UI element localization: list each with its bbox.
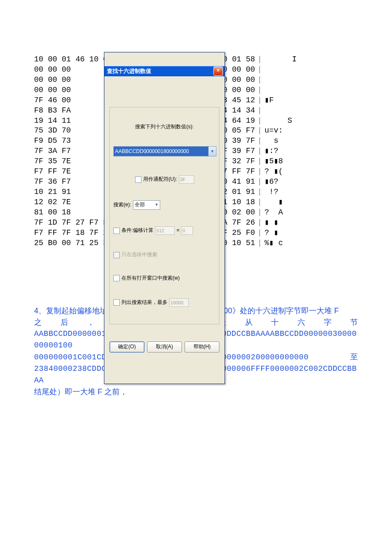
hex-separator: |: [255, 116, 265, 126]
hex-separator: |: [255, 95, 265, 106]
list-results-row: 列出搜索结果，最多: [113, 298, 216, 307]
hex-separator: |: [255, 136, 265, 146]
hex-ascii: S: [265, 116, 358, 126]
all-windows-label: 在所有打开窗口中搜索(w): [121, 275, 180, 282]
hex-ascii: ▮:?: [265, 146, 358, 156]
hex-ascii: I: [265, 55, 358, 65]
chevron-down-icon[interactable]: ▼: [155, 202, 159, 208]
hex-ascii: [265, 85, 358, 95]
search-value-combo[interactable]: ▼: [113, 146, 216, 156]
hex-separator: |: [255, 126, 265, 136]
wildcard-row: 用作通配符(U):: [113, 175, 216, 184]
list-results-max[interactable]: [169, 298, 189, 307]
wildcard-label: 用作通配符(U):: [143, 176, 177, 183]
hex-separator: |: [255, 156, 265, 167]
hex-ascii: !?: [265, 187, 358, 197]
search-value-input[interactable]: [114, 147, 208, 156]
hex-ascii: [265, 75, 358, 85]
hex-separator: |: [255, 75, 265, 85]
dialog-titlebar[interactable]: 查找十六进制数值 ×: [104, 66, 225, 76]
only-selection-label: 只在选块中搜索: [121, 251, 157, 258]
condition-checkbox[interactable]: [113, 228, 120, 234]
hex-separator: |: [255, 187, 265, 197]
close-icon[interactable]: ×: [213, 66, 223, 76]
hex-separator: |: [255, 85, 265, 95]
hex-ascii: s: [265, 136, 358, 146]
hex-separator: |: [255, 106, 265, 116]
hex-ascii: ▮F: [265, 95, 358, 106]
search-label: 搜索下列十六进制数值(s):: [113, 124, 216, 130]
para-tail: 结尾处）即一大堆 F 之前，: [34, 386, 358, 398]
page: 10 00 01 46 10 00 01 4C 10 00 01 52 10 0…: [0, 0, 392, 555]
search-scope-select[interactable]: 全部 ▼: [133, 200, 160, 210]
hex-separator: |: [255, 208, 265, 218]
hex-ascii: [265, 65, 358, 75]
search-group: 搜索下列十六进制数值(s): ▼ 用作通配符(U): 搜索(e): 全部: [110, 107, 219, 324]
cancel-button[interactable]: 取消(A): [147, 341, 182, 353]
list-results-checkbox[interactable]: [113, 299, 120, 306]
hex-separator: |: [255, 197, 265, 208]
hex-separator: |: [255, 65, 265, 75]
hex-ascii: u=v:: [265, 126, 358, 136]
search-e-label: 搜索(e):: [113, 202, 131, 208]
hex-separator: |: [255, 55, 265, 65]
hex-separator: |: [255, 228, 265, 238]
hex-ascii: %▮ c: [265, 238, 358, 249]
find-hex-dialog: 查找十六进制数值 × 搜索下列十六进制数值(s): ▼ 用作通配符(U):: [104, 52, 225, 384]
list-results-label: 列出搜索结果，最多: [121, 299, 167, 306]
hex-separator: |: [255, 146, 265, 156]
condition-row: 条件:偏移计算 =: [113, 226, 216, 235]
only-selection-checkbox: [113, 252, 120, 258]
hex-ascii: ? ▮(: [265, 167, 358, 177]
hex-separator: |: [255, 177, 265, 187]
wildcard-checkbox[interactable]: [135, 176, 141, 183]
hex-separator: |: [255, 218, 265, 228]
hex-ascii: ? ▮: [265, 228, 358, 238]
hex-ascii: ? A: [265, 208, 358, 218]
ok-button[interactable]: 确定(O): [110, 341, 144, 353]
search-scope-row: 搜索(e): 全部 ▼: [113, 200, 216, 210]
condition-val[interactable]: [181, 226, 193, 235]
hex-ascii: [265, 106, 358, 116]
chevron-down-icon[interactable]: ▼: [208, 147, 216, 156]
hex-separator: |: [255, 167, 265, 177]
condition-mod[interactable]: [155, 226, 175, 235]
hex-separator: |: [255, 238, 265, 249]
hex-ascii: ▮ ▮: [265, 218, 358, 228]
condition-label: 条件:偏移计算: [121, 227, 153, 234]
all-windows-row: 在所有打开窗口中搜索(w): [113, 275, 216, 282]
hex-ascii: ▮6?: [265, 177, 358, 187]
hex-ascii: ▮5▮8: [265, 156, 358, 167]
hex-dump: 10 00 01 46 10 00 01 4C 10 00 01 52 10 0…: [34, 34, 358, 299]
hex-ascii: ▮: [265, 197, 358, 208]
dialog-title: 查找十六进制数值: [107, 67, 151, 75]
only-selection-row: 只在选块中搜索: [113, 251, 216, 258]
wildcard-value[interactable]: [179, 175, 194, 184]
dialog-buttons: 确定(O) 取消(A) 帮助(H): [110, 341, 219, 353]
dialog-body: 搜索下列十六进制数值(s): ▼ 用作通配符(U): 搜索(e): 全部: [104, 90, 225, 370]
all-windows-checkbox[interactable]: [113, 275, 120, 281]
help-button[interactable]: 帮助(H): [184, 341, 219, 353]
